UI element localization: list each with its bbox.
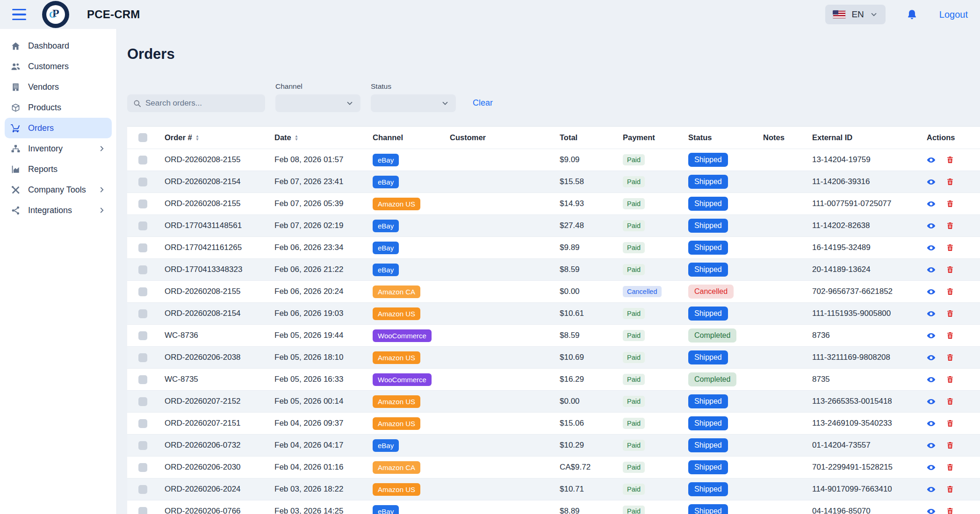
delete-order-button[interactable] xyxy=(946,507,954,514)
select-all-checkbox[interactable] xyxy=(138,133,147,142)
delete-order-button[interactable] xyxy=(946,397,954,406)
order-total: $10.29 xyxy=(560,441,623,450)
sidebar-item-inventory[interactable]: Inventory xyxy=(5,138,112,159)
row-checkbox[interactable] xyxy=(138,200,147,208)
notifications-button[interactable] xyxy=(906,9,918,21)
row-checkbox[interactable] xyxy=(138,485,147,494)
channel-badge: Amazon US xyxy=(373,351,420,364)
row-checkbox[interactable] xyxy=(138,507,147,514)
orders-table: Order #▲▼Date▲▼ChannelCustomerTotalPayme… xyxy=(127,126,980,514)
row-checkbox[interactable] xyxy=(138,221,147,230)
sidebar-item-products[interactable]: Products xyxy=(5,97,112,118)
status-filter-select[interactable] xyxy=(371,94,456,112)
view-order-button[interactable] xyxy=(927,309,936,318)
order-number: ORD-20260207-2151 xyxy=(165,419,274,428)
sort-icon[interactable]: ▲▼ xyxy=(295,135,298,141)
view-order-button[interactable] xyxy=(927,265,936,274)
view-order-button[interactable] xyxy=(927,156,936,164)
view-order-button[interactable] xyxy=(927,243,936,252)
sidebar-item-integrations[interactable]: Integrations xyxy=(5,200,112,221)
order-date: Feb 06, 2026 23:34 xyxy=(274,243,373,252)
view-order-button[interactable] xyxy=(927,221,936,230)
view-order-button[interactable] xyxy=(927,485,936,494)
delete-order-button[interactable] xyxy=(946,309,954,318)
row-checkbox[interactable] xyxy=(138,331,147,340)
customer-cell xyxy=(450,283,560,301)
delete-order-button[interactable] xyxy=(946,156,954,164)
view-order-button[interactable] xyxy=(927,200,936,208)
view-order-button[interactable] xyxy=(927,375,936,384)
search-input[interactable] xyxy=(145,99,259,108)
row-checkbox[interactable] xyxy=(138,397,147,406)
sort-icon[interactable]: ▲▼ xyxy=(195,135,199,141)
sidebar-item-orders[interactable]: Orders xyxy=(5,118,112,138)
channel-badge: eBay xyxy=(373,264,399,276)
logout-link[interactable]: Logout xyxy=(939,9,968,20)
sidebar-item-company-tools[interactable]: Company Tools xyxy=(5,179,112,200)
status-badge: Shipped xyxy=(688,350,728,364)
order-total: $16.29 xyxy=(560,375,623,384)
row-checkbox[interactable] xyxy=(138,419,147,428)
view-order-button[interactable] xyxy=(927,353,936,362)
order-date: Feb 04, 2026 01:16 xyxy=(274,463,373,472)
order-total: $27.48 xyxy=(560,221,623,230)
delete-order-button[interactable] xyxy=(946,441,954,450)
row-checkbox[interactable] xyxy=(138,156,147,164)
external-id: 113-2665353-0015418 xyxy=(812,397,927,406)
delete-order-button[interactable] xyxy=(946,178,954,186)
home-icon xyxy=(10,41,21,51)
view-order-button[interactable] xyxy=(927,463,936,472)
payment-badge: Paid xyxy=(623,374,645,385)
row-checkbox[interactable] xyxy=(138,309,147,318)
delete-order-button[interactable] xyxy=(946,353,954,362)
row-checkbox[interactable] xyxy=(138,243,147,252)
order-date: Feb 03, 2026 18:22 xyxy=(274,485,373,494)
order-total: $9.09 xyxy=(560,155,623,164)
tools-icon xyxy=(10,185,21,195)
delete-order-button[interactable] xyxy=(946,485,954,493)
column-header-payment: Payment xyxy=(623,133,688,142)
sidebar-item-vendors[interactable]: Vendors xyxy=(5,77,112,97)
row-checkbox[interactable] xyxy=(138,178,147,186)
order-total: $15.06 xyxy=(560,419,623,428)
delete-order-button[interactable] xyxy=(946,375,954,384)
sidebar-item-dashboard[interactable]: Dashboard xyxy=(5,36,112,56)
delete-order-button[interactable] xyxy=(946,265,954,274)
row-checkbox[interactable] xyxy=(138,353,147,362)
delete-order-button[interactable] xyxy=(946,243,954,252)
language-selector[interactable]: EN xyxy=(825,5,885,24)
row-checkbox[interactable] xyxy=(138,287,147,296)
row-checkbox[interactable] xyxy=(138,265,147,274)
sidebar-item-customers[interactable]: Customers xyxy=(5,56,112,77)
view-order-button[interactable] xyxy=(927,419,936,428)
menu-toggle-button[interactable] xyxy=(12,9,26,20)
view-order-button[interactable] xyxy=(927,178,936,186)
view-order-button[interactable] xyxy=(927,507,936,514)
payment-badge: Paid xyxy=(623,462,645,473)
row-checkbox[interactable] xyxy=(138,375,147,384)
channel-filter-select[interactable] xyxy=(275,94,360,112)
sidebar-item-reports[interactable]: Reports xyxy=(5,159,112,179)
view-order-button[interactable] xyxy=(927,397,936,406)
row-checkbox[interactable] xyxy=(138,463,147,472)
column-header-date[interactable]: Date▲▼ xyxy=(274,133,373,142)
sidebar-item-label: Inventory xyxy=(28,144,63,154)
order-number: ORD-20260206-2030 xyxy=(165,463,274,472)
delete-order-button[interactable] xyxy=(946,287,954,296)
view-order-button[interactable] xyxy=(927,287,936,296)
delete-order-button[interactable] xyxy=(946,463,954,471)
channel-badge: Amazon US xyxy=(373,483,420,496)
delete-order-button[interactable] xyxy=(946,331,954,340)
column-header-order-[interactable]: Order #▲▼ xyxy=(165,133,274,142)
delete-order-button[interactable] xyxy=(946,221,954,230)
clear-filters-link[interactable]: Clear xyxy=(473,98,493,108)
delete-order-button[interactable] xyxy=(946,419,954,428)
order-date: Feb 04, 2026 04:17 xyxy=(274,441,373,450)
external-id: 16-14195-32489 xyxy=(812,243,927,252)
view-order-button[interactable] xyxy=(927,441,936,450)
row-checkbox[interactable] xyxy=(138,441,147,450)
customer-cell xyxy=(450,217,560,235)
search-box[interactable] xyxy=(127,94,265,112)
delete-order-button[interactable] xyxy=(946,200,954,208)
view-order-button[interactable] xyxy=(927,331,936,340)
